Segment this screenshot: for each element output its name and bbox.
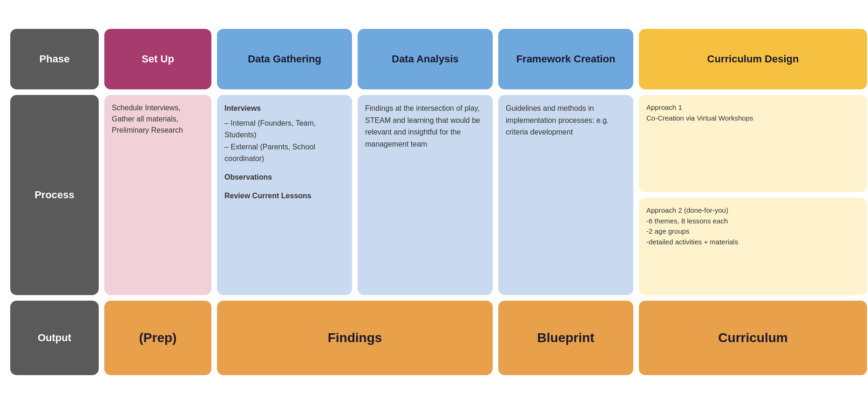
observations-title: Observations <box>224 171 345 183</box>
curriculum-design-header-text: Curriculum Design <box>707 53 799 65</box>
process-label: Process <box>10 95 99 295</box>
curriculum-output-cell: Curriculum <box>639 301 867 375</box>
framework-process-text: Guidelines and methods in implementation… <box>506 102 626 138</box>
data-analysis-process-cell: Findings at the intersection of play, ST… <box>358 95 493 295</box>
output-label: Output <box>10 301 99 375</box>
output-label-text: Output <box>38 332 71 344</box>
phase-header: Phase <box>10 29 99 89</box>
interviews-title: Interviews <box>224 102 345 114</box>
setup-output-text: (Prep) <box>139 330 177 345</box>
data-analysis-process-text: Findings at the intersection of play, ST… <box>365 102 485 150</box>
setup-output-cell: (Prep) <box>104 301 211 375</box>
process-label-text: Process <box>34 189 75 201</box>
framework-creation-header-text: Framework Creation <box>516 53 616 65</box>
setup-process-cell: Schedule Interviews, Gather all material… <box>104 95 211 295</box>
framework-creation-header: Framework Creation <box>498 29 633 89</box>
review-lessons-title: Review Current Lessons <box>224 190 345 202</box>
main-grid: Phase Set Up Data Gathering Data Analysi… <box>10 29 858 375</box>
curriculum-approach2-card: Approach 2 (done-for-you) -6 themes, 8 l… <box>639 198 867 295</box>
findings-output-cell: Findings <box>217 301 493 375</box>
phase-label-text: Phase <box>40 53 70 65</box>
data-gathering-process-cell: Interviews – Internal (Founders, Team, S… <box>217 95 352 295</box>
blueprint-output-text: Blueprint <box>537 330 595 345</box>
setup-process-text: Schedule Interviews, Gather all material… <box>112 102 204 136</box>
curriculum-design-process-cell: Approach 1 Co-Creation via Virtual Works… <box>639 95 867 295</box>
curriculum-output-text: Curriculum <box>718 330 787 345</box>
interviews-body-text: – Internal (Founders, Team, Students) – … <box>224 117 345 165</box>
findings-output-text: Findings <box>328 330 382 345</box>
data-analysis-header: Data Analysis <box>358 29 493 89</box>
curriculum-approach1-text: Approach 1 Co-Creation via Virtual Works… <box>646 103 753 122</box>
interviews-title-text: Interviews <box>224 104 261 112</box>
curriculum-design-header: Curriculum Design <box>639 29 867 89</box>
observations-text: Observations <box>224 173 272 181</box>
data-gathering-process-content: Interviews – Internal (Founders, Team, S… <box>224 102 345 202</box>
data-gathering-header: Data Gathering <box>217 29 352 89</box>
review-lessons-text: Review Current Lessons <box>224 192 312 200</box>
curriculum-approach2-text: Approach 2 (done-for-you) -6 themes, 8 l… <box>646 206 738 246</box>
setup-header-text: Set Up <box>142 53 174 65</box>
setup-header: Set Up <box>104 29 211 89</box>
blueprint-output-cell: Blueprint <box>498 301 633 375</box>
curriculum-approach1-card: Approach 1 Co-Creation via Virtual Works… <box>639 95 867 192</box>
data-analysis-header-text: Data Analysis <box>392 53 458 65</box>
framework-process-cell: Guidelines and methods in implementation… <box>498 95 633 295</box>
data-gathering-header-text: Data Gathering <box>248 53 321 65</box>
